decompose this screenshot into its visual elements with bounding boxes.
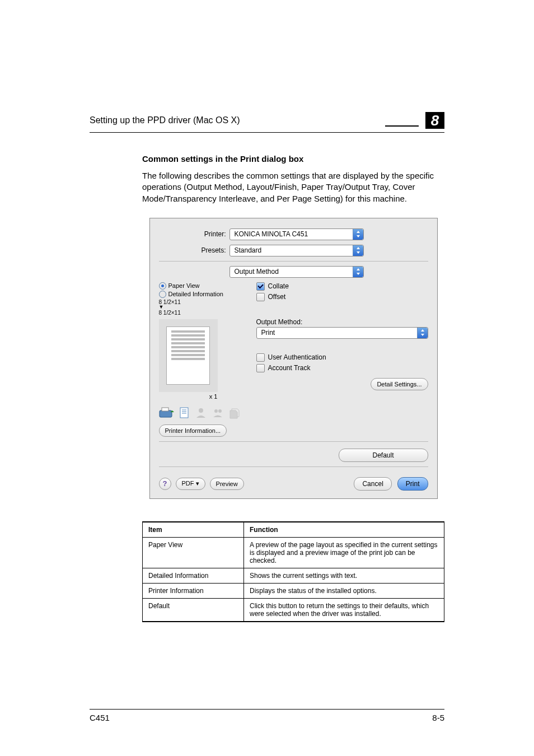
panel-select[interactable]: Output Method [229,266,364,278]
header-function: Function [244,522,444,538]
svg-point-8 [218,409,222,413]
checkbox-checked-icon [256,282,265,291]
pdf-button[interactable]: PDF ▾ [176,478,205,490]
item-cell: Paper View [143,537,244,568]
offset-label: Offset [268,293,286,301]
running-title: Setting up the PPD driver (Mac OS X) [90,115,240,125]
item-cell: Detailed Information [143,568,244,583]
table-row: Detailed Information Shows the current s… [143,568,444,583]
default-button[interactable]: Default [339,449,428,462]
item-cell: Default [143,598,244,622]
separator [159,261,428,262]
preview-sheet-icon [166,326,210,385]
table-row: Printer Information Displays the status … [143,583,444,598]
printer-value: KONICA MINOLTA C451 [230,230,353,238]
chevron-updown-icon [353,267,363,277]
separator [159,466,428,467]
output-method-select[interactable]: Print [256,327,428,339]
account-track-label: Account Track [268,364,311,372]
svg-rect-2 [180,408,188,418]
print-button[interactable]: Print [397,477,428,491]
group-icon [212,407,224,419]
collate-checkbox[interactable]: Collate [256,282,428,291]
radio-detailed-label: Detailed Information [168,291,223,297]
checkbox-icon [256,293,265,301]
page-footer: C451 8-5 [90,709,444,722]
radio-dot-icon [159,291,166,298]
chevron-updown-icon [353,245,363,256]
svg-point-7 [214,409,218,413]
item-cell: Printer Information [143,583,244,598]
section-intro: The following describes the common setti… [142,170,444,204]
preview-count: x 1 [159,393,218,400]
footer-model: C451 [90,713,110,722]
user-authentication-label: User Authentication [268,353,326,361]
copy-guard-icon [228,407,241,419]
header-item: Item [143,522,244,538]
chapter-indicator: 8 [385,112,444,129]
output-method-label: Output Method: [256,318,428,326]
user-icon [195,407,207,419]
running-header: Setting up the PPD driver (Mac OS X) 8 [90,112,444,133]
function-cell: A preview of the page layout as specifie… [244,537,444,568]
paper-size-bottom: 8 1/2×11 [159,310,249,316]
function-table: Item Function Paper View A preview of th… [142,521,444,622]
section-heading: Common settings in the Print dialog box [142,154,444,164]
printer-information-button[interactable]: Printer Information... [159,424,227,437]
detail-settings-button[interactable]: Detail Settings... [371,378,428,390]
checkbox-icon [256,353,265,362]
printer-label: Printer: [159,230,229,238]
presets-select[interactable]: Standard [229,245,364,256]
collate-label: Collate [268,282,289,290]
chapter-number: 8 [425,112,444,129]
output-method-value: Print [257,329,417,337]
help-button[interactable]: ? [159,478,171,490]
chevron-updown-icon [417,328,428,338]
print-dialog: Printer: KONICA MINOLTA C451 Presets: St… [149,218,438,499]
svg-rect-0 [160,410,172,417]
radio-paper-view[interactable]: Paper View [159,282,249,290]
function-cell: Shows the current settings with text. [244,568,444,583]
separator [159,441,428,442]
offset-checkbox[interactable]: Offset [256,293,428,301]
table-row: Paper View A preview of the page layout … [143,537,444,568]
panel-value: Output Method [230,268,353,276]
radio-detailed-information[interactable]: Detailed Information [159,291,249,298]
arrow-down-icon: ▼ [159,305,249,309]
radio-dot-icon [159,282,166,290]
chevron-updown-icon [353,229,363,240]
function-cell: Displays the status of the installed opt… [244,583,444,598]
preview-button[interactable]: Preview [210,478,244,490]
user-authentication-checkbox[interactable]: User Authentication [256,353,428,362]
account-track-checkbox[interactable]: Account Track [256,364,428,372]
document-lock-icon [179,407,190,419]
table-row: Default Click this button to return the … [143,598,444,622]
footer-page: 8-5 [432,713,444,722]
radio-paper-view-label: Paper View [168,282,200,289]
svg-point-6 [199,408,203,413]
presets-value: Standard [230,246,353,254]
presets-label: Presets: [159,246,229,254]
function-cell: Click this button to return the settings… [244,598,444,622]
table-header-row: Item Function [143,522,444,538]
checkbox-icon [256,364,265,372]
paper-preview [159,319,218,392]
printer-select[interactable]: KONICA MINOLTA C451 [229,228,364,240]
svg-rect-1 [162,408,168,411]
paper-size-top: 8 1/2×11 [159,299,249,305]
cancel-button[interactable]: Cancel [354,477,391,491]
printer-icon [159,407,175,419]
